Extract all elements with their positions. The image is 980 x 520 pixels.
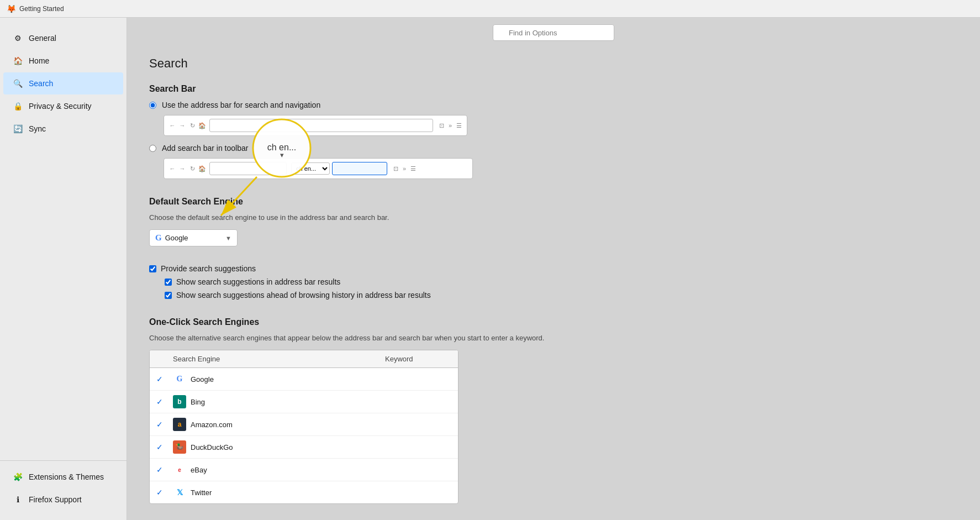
home-nav-button[interactable]: 🏠: [197, 120, 207, 130]
radio-toolbar-bar-label: Add search bar in toolbar: [162, 144, 248, 153]
table-col-keyword-header: Keyword: [385, 355, 451, 363]
app-container: ⚙ General 🏠 Home 🔍 Search 🔒 Privacy & Se…: [0, 18, 980, 520]
chevron-down-icon: ▼: [225, 235, 231, 241]
provide-suggestions-label: Provide search suggestions: [161, 264, 256, 273]
provide-suggestions-checkbox[interactable]: [149, 265, 156, 272]
checkbox-option-provide[interactable]: Provide search suggestions: [149, 264, 602, 273]
ddg-name: DuckDuckGo: [191, 443, 385, 451]
row-check-ddg: ✓: [156, 443, 173, 451]
gear-icon: ⚙: [12, 33, 23, 44]
row-check-bing: ✓: [156, 397, 173, 406]
toolbar-icon-4: ⊡: [392, 164, 400, 174]
reload-button[interactable]: ↻: [187, 120, 197, 130]
url-bar-mock: [209, 119, 433, 132]
radio-address-bar-input[interactable]: [149, 102, 156, 109]
ahead-of-history-label: Show search suggestions ahead of browsin…: [176, 291, 431, 300]
radio-option-address-bar[interactable]: Use the address bar for search and navig…: [149, 101, 602, 109]
sidebar-item-home[interactable]: 🏠 Home: [3, 50, 123, 72]
search-bar-mock[interactable]: [332, 162, 387, 175]
sidebar-item-label: Home: [29, 56, 49, 65]
radio-address-bar-label: Use the address bar for search and navig…: [162, 101, 320, 109]
main-content: Search Search Bar Use the address bar fo…: [127, 45, 624, 520]
table-row[interactable]: ✓ e eBay: [150, 459, 458, 481]
search-engine-toolbar-select[interactable]: ch en...: [291, 162, 330, 175]
back-button[interactable]: ←: [167, 120, 177, 130]
row-check-ebay: ✓: [156, 465, 173, 474]
home-icon: 🏠: [12, 55, 23, 66]
twitter-logo: 𝕏: [173, 486, 186, 499]
search-nav-icon: 🔍: [12, 78, 23, 89]
sidebar-item-sync[interactable]: 🔄 Sync: [3, 118, 123, 140]
page-title: Search: [149, 56, 602, 71]
sidebar-item-label: Firefox Support: [29, 495, 82, 504]
toolbar-icon-2: »: [447, 121, 454, 130]
checkbox-option-address-bar-results[interactable]: Show search suggestions in address bar r…: [165, 277, 602, 286]
sidebar-item-label: Privacy & Security: [29, 102, 92, 111]
sidebar-item-label: Sync: [29, 124, 46, 133]
title-bar: 🦊 Getting Started: [0, 0, 980, 18]
browser-mock-address: ← → ↻ 🏠 ⊡ » ☰: [164, 115, 467, 136]
sidebar-item-support[interactable]: ℹ Firefox Support: [3, 489, 123, 511]
reload-button-2[interactable]: ↻: [187, 164, 197, 174]
default-engine-description: Choose the default search engine to use …: [149, 213, 602, 222]
sidebar-item-search[interactable]: 🔍 Search: [3, 72, 123, 94]
back-button-2[interactable]: ←: [167, 164, 177, 174]
engine-dropdown[interactable]: G Google ▼: [149, 229, 238, 246]
search-bar-section-title: Search Bar: [149, 84, 602, 94]
google-g-icon: G: [155, 233, 162, 243]
app-icon: 🦊: [7, 4, 16, 13]
search-engines-table: Search Engine Keyword ✓ G Google ✓: [149, 350, 459, 504]
ebay-logo: e: [173, 463, 186, 476]
table-row[interactable]: ✓ a Amazon.com: [150, 413, 458, 436]
engine-dropdown-label: Google: [165, 234, 188, 242]
one-click-section: One-Click Search Engines Choose the alte…: [149, 317, 602, 504]
table-col-engine-header: Search Engine: [173, 355, 385, 363]
radio-toolbar-bar-input[interactable]: [149, 145, 156, 152]
url-bar-mock-2: [209, 162, 287, 175]
forward-button[interactable]: →: [177, 120, 187, 130]
ahead-of-history-checkbox[interactable]: [165, 292, 172, 299]
info-icon: ℹ: [12, 494, 23, 505]
google-name: Google: [191, 375, 385, 384]
toolbar-icons: ⊡ » ☰: [438, 121, 463, 130]
sync-icon: 🔄: [12, 123, 23, 134]
default-engine-title: Default Search Engine: [149, 197, 602, 207]
checkbox-option-ahead-of-history[interactable]: Show search suggestions ahead of browsin…: [165, 291, 602, 300]
address-bar-suggestions-checkbox[interactable]: [165, 279, 172, 286]
search-bar-section: Search Bar Use the address bar for searc…: [149, 84, 602, 179]
table-row[interactable]: ✓ b Bing: [150, 391, 458, 413]
sidebar-item-label: Extensions & Themes: [29, 472, 104, 481]
bing-name: Bing: [191, 398, 385, 406]
ebay-name: eBay: [191, 466, 385, 474]
find-bar: 🔍: [127, 18, 980, 45]
browser-mock-toolbar: ← → ↻ 🏠 ch en...: [164, 158, 473, 179]
table-header: Search Engine Keyword: [150, 350, 458, 368]
radio-option-toolbar-bar[interactable]: Add search bar in toolbar: [149, 144, 602, 153]
table-row[interactable]: ✓ 𝕏 Twitter: [150, 481, 458, 503]
sidebar-nav: ⚙ General 🏠 Home 🔍 Search 🔒 Privacy & Se…: [0, 27, 127, 460]
twitter-name: Twitter: [191, 489, 385, 497]
search-engine-select-container: G Google ▼: [149, 229, 602, 246]
toolbar-icon-6: ☰: [409, 164, 418, 174]
find-input-wrap: 🔍: [493, 24, 614, 41]
title-bar-text: Getting Started: [19, 5, 64, 13]
default-engine-section: Default Search Engine Choose the default…: [149, 197, 602, 246]
address-bar-suggestions-label: Show search suggestions in address bar r…: [176, 277, 340, 286]
sidebar: ⚙ General 🏠 Home 🔍 Search 🔒 Privacy & Se…: [0, 18, 127, 520]
sidebar-item-privacy[interactable]: 🔒 Privacy & Security: [3, 95, 123, 117]
home-nav-button-2[interactable]: 🏠: [197, 164, 207, 174]
extensions-icon: 🧩: [12, 471, 23, 482]
table-row[interactable]: ✓ G Google: [150, 368, 458, 391]
sidebar-item-label: General: [29, 34, 56, 43]
ddg-logo: 🦆: [173, 440, 186, 454]
table-col-check-header: [156, 355, 173, 363]
sidebar-item-general[interactable]: ⚙ General: [3, 27, 123, 49]
toolbar-icon-1: ⊡: [438, 121, 446, 130]
google-logo: G: [173, 372, 186, 386]
find-in-options-input[interactable]: [493, 24, 614, 41]
sidebar-item-extensions[interactable]: 🧩 Extensions & Themes: [3, 466, 123, 488]
bing-logo: b: [173, 395, 186, 408]
forward-button-2[interactable]: →: [177, 164, 187, 174]
table-row[interactable]: ✓ 🦆 DuckDuckGo: [150, 436, 458, 459]
search-bar-radio-group: Use the address bar for search and navig…: [149, 101, 602, 179]
